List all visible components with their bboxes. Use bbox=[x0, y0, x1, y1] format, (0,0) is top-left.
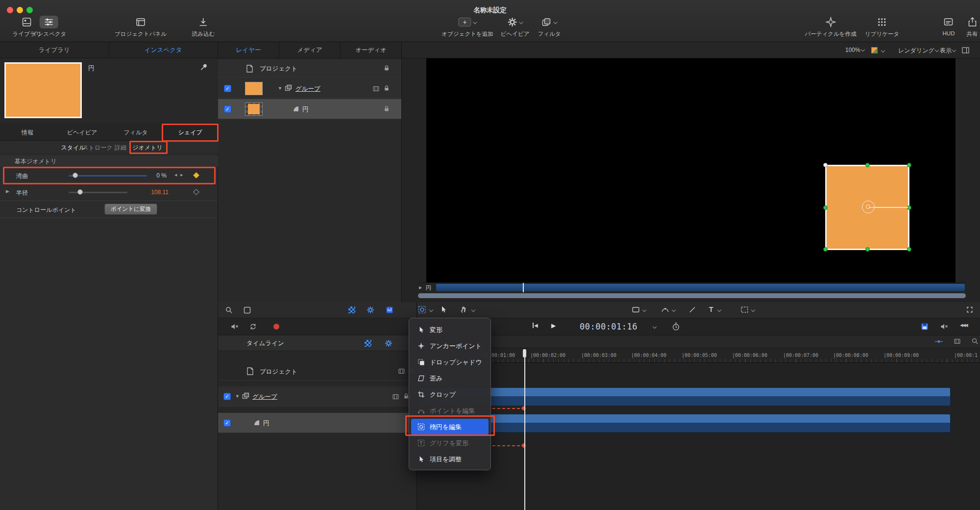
import-toolbar-button[interactable]: 読み込む bbox=[192, 16, 215, 38]
view-dropdown[interactable]: 表示 bbox=[940, 47, 956, 55]
mini-timeline-bar[interactable] bbox=[436, 284, 965, 291]
curvature-slider-track[interactable] bbox=[69, 175, 147, 177]
mask-tools-chevron-icon[interactable] bbox=[751, 308, 755, 312]
subtab-stroke[interactable]: ストローク bbox=[82, 144, 112, 152]
mini-timeline-playhead[interactable] bbox=[523, 283, 524, 292]
tab-filters[interactable]: フィルタ bbox=[109, 124, 162, 141]
behaviors-toolbar-button[interactable]: ビヘイビア bbox=[501, 16, 530, 38]
tab-layers[interactable]: レイヤー bbox=[218, 42, 279, 58]
minimize-window-button[interactable] bbox=[17, 7, 23, 13]
adjust-item-tool-button[interactable] bbox=[440, 306, 447, 314]
shape-handle-bottom[interactable] bbox=[865, 247, 870, 252]
filters-toolbar-button[interactable]: フィルタ bbox=[538, 16, 561, 38]
film-icon[interactable] bbox=[392, 394, 399, 400]
frame-filter-icon[interactable] bbox=[244, 306, 251, 314]
shape-handle-topright[interactable] bbox=[907, 163, 911, 167]
line-tool-button[interactable] bbox=[688, 306, 696, 314]
mute-icon[interactable] bbox=[231, 323, 239, 330]
horizontal-scrollbar[interactable] bbox=[418, 293, 966, 298]
project-panel-toolbar-button[interactable]: プロジェクトパネル bbox=[115, 16, 167, 38]
timeline-group-label[interactable]: グループ bbox=[252, 393, 277, 401]
shape-handle-left[interactable] bbox=[823, 205, 828, 210]
background-swatch[interactable] bbox=[871, 47, 878, 53]
keyframes-toggle-icon[interactable] bbox=[386, 306, 393, 314]
expand-timeline-icon[interactable] bbox=[966, 306, 974, 314]
subtab-geometry[interactable]: ジオメトリ bbox=[132, 144, 162, 152]
collapse-chevrons-icon[interactable]: ◀◀◀ bbox=[960, 323, 967, 328]
inspector-toolbar-button[interactable]: インスペクタ bbox=[32, 16, 67, 38]
menu-item-anchor-point[interactable]: アンカーポイント bbox=[411, 338, 489, 354]
mini-timeline[interactable]: ▶ 円 bbox=[418, 282, 966, 292]
timeline-gear-icon[interactable] bbox=[385, 339, 392, 347]
shape-handle-top[interactable] bbox=[865, 163, 870, 167]
shape-tools-chevron-icon[interactable] bbox=[642, 308, 646, 312]
timeline-circle-label[interactable]: 円 bbox=[263, 419, 270, 428]
menu-item-transform-glyph[interactable]: グリフを変形 bbox=[411, 435, 489, 451]
circle-checkbox[interactable]: ✓ bbox=[224, 105, 231, 113]
convert-to-points-button[interactable]: ポイントに変換 bbox=[104, 204, 157, 215]
tab-info[interactable]: 情報 bbox=[0, 124, 55, 141]
zoom-timeline-icon[interactable] bbox=[972, 338, 979, 345]
shape-handle-bottomleft[interactable] bbox=[823, 247, 828, 252]
curvature-value[interactable]: 0 % bbox=[156, 172, 167, 179]
show-filters-toggle-icon[interactable] bbox=[348, 306, 355, 313]
layers-circle-row[interactable]: ✓ 円 bbox=[218, 99, 401, 119]
radius-value[interactable]: 108.11 bbox=[151, 189, 169, 196]
film-icon[interactable] bbox=[398, 368, 405, 374]
render-disk-icon[interactable] bbox=[921, 323, 929, 331]
timeline-project-row[interactable]: プロジェクト bbox=[218, 363, 416, 381]
pin-icon[interactable] bbox=[200, 63, 208, 71]
stopwatch-icon[interactable] bbox=[672, 322, 680, 331]
zoom-window-button[interactable] bbox=[26, 7, 33, 13]
text-tools-chevron-icon[interactable] bbox=[717, 308, 721, 312]
paint-stroke-tool-button[interactable] bbox=[661, 306, 669, 314]
film-icon[interactable] bbox=[373, 86, 379, 92]
playhead-handle[interactable] bbox=[523, 349, 526, 357]
go-to-start-button[interactable]: ◀ bbox=[533, 323, 538, 328]
keyframe-diamond-icon[interactable] bbox=[521, 443, 526, 448]
record-icon[interactable] bbox=[273, 324, 279, 330]
menu-item-edit-ellipse[interactable]: 楕円を編集 bbox=[411, 419, 489, 435]
group-disclosure-icon[interactable]: ▼ bbox=[235, 394, 240, 399]
curvature-slider-knob[interactable] bbox=[73, 173, 78, 178]
pan-hand-tool-button[interactable] bbox=[460, 306, 468, 314]
selected-shape[interactable] bbox=[825, 165, 909, 250]
swatch-chevron-icon[interactable] bbox=[881, 49, 885, 52]
menu-item-transform[interactable]: 変形 bbox=[411, 322, 489, 338]
group-checkbox[interactable]: ✓ bbox=[224, 85, 231, 92]
make-particles-toolbar-button[interactable]: パーティクルを作成 bbox=[805, 16, 856, 38]
timeline-group-row[interactable]: ✓ ▼ グループ bbox=[218, 386, 416, 407]
tab-behaviors[interactable]: ビヘイビア bbox=[55, 124, 109, 141]
subtab-style[interactable]: スタイル bbox=[61, 144, 85, 152]
circle-track-bar[interactable] bbox=[418, 414, 951, 433]
radius-keyframe-icon[interactable] bbox=[193, 189, 199, 195]
playhead[interactable] bbox=[524, 349, 525, 510]
tab-timeline[interactable]: タイムライン bbox=[246, 339, 284, 348]
radius-slider-knob[interactable] bbox=[77, 189, 83, 195]
behaviors-toggle-icon[interactable] bbox=[367, 306, 374, 314]
tab-inspector[interactable]: インスペクタ bbox=[109, 42, 218, 58]
shape-handle-right[interactable] bbox=[907, 205, 911, 210]
add-object-toolbar-button[interactable]: + オブジェクトを追加 bbox=[441, 16, 493, 38]
circle-checkbox[interactable]: ✓ bbox=[223, 419, 231, 427]
lock-icon[interactable] bbox=[384, 65, 390, 72]
layers-project-row[interactable]: プロジェクト bbox=[218, 60, 401, 78]
rendering-dropdown[interactable]: レンダリング bbox=[898, 47, 938, 55]
menu-item-crop[interactable]: クロップ bbox=[411, 386, 489, 403]
layers-group-label[interactable]: グループ bbox=[295, 85, 320, 93]
timecode-chevron-icon[interactable] bbox=[653, 325, 657, 329]
tab-shape[interactable]: シェイプ bbox=[162, 124, 218, 141]
keyframe-nav-icon[interactable] bbox=[934, 338, 943, 345]
tab-media[interactable]: メディア bbox=[279, 42, 341, 58]
play-button[interactable]: ▶ bbox=[551, 322, 556, 329]
keyframe-diamond-icon[interactable] bbox=[521, 406, 526, 411]
shape-handle-bottomright[interactable] bbox=[907, 247, 911, 252]
edit-ellipse-tool-button[interactable] bbox=[418, 306, 426, 314]
tab-library[interactable]: ライブラリ bbox=[0, 42, 109, 58]
layers-group-row[interactable]: ✓ ▼ グループ bbox=[218, 78, 401, 99]
paint-tools-chevron-icon[interactable] bbox=[672, 308, 676, 312]
mask-tool-button[interactable] bbox=[740, 306, 749, 314]
menu-item-distort[interactable]: 歪み bbox=[411, 370, 489, 386]
transform-tools-chevron-icon[interactable] bbox=[429, 308, 433, 312]
shape-handle-topleft[interactable] bbox=[823, 163, 828, 167]
